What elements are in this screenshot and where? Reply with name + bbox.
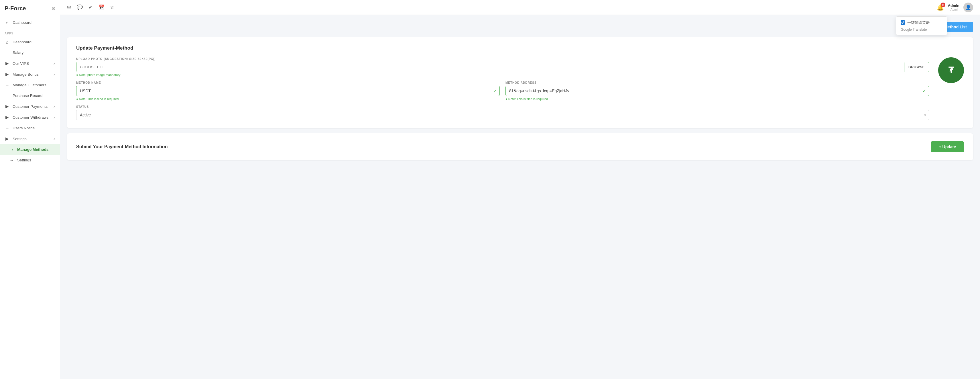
svg-text:₮: ₮: [948, 66, 954, 75]
sidebar: P-Force ⊙ ⌂DashboardAPPS ⌂ Dashboard → S…: [0, 0, 60, 379]
method-address-check-icon: ✓: [923, 88, 926, 94]
chat-icon[interactable]: 💬: [77, 4, 83, 10]
email-icon[interactable]: ✉: [67, 4, 71, 10]
sidebar-label-customer-payments: Customer Payments: [13, 104, 48, 109]
admin-info: Admin Admin: [948, 3, 959, 11]
submit-card: Submit Your Payment-Method Information +…: [67, 133, 973, 160]
page-content: ◀ Method List Update Payment-Method UPLO…: [60, 15, 980, 379]
upload-row: BROWSE: [76, 62, 929, 72]
method-list-btn-wrap: ◀ Method List: [67, 22, 973, 37]
topbar: ✉ 💬 ✔ 📅 ☆ 一键翻译英语 Google Translate 🔔 8 Ad…: [60, 0, 980, 15]
update-payment-method-card: Update Payment-Method UPLOAD PHOTO (SUGG…: [67, 37, 973, 128]
translate-checkbox[interactable]: [900, 20, 905, 25]
brand-settings-icon[interactable]: ⊙: [51, 6, 55, 11]
sidebar-item-salary[interactable]: → Salary: [0, 47, 60, 58]
browse-button[interactable]: BROWSE: [904, 62, 929, 72]
sidebar-item-customer-withdraws[interactable]: ▶ Customer Withdraws ∧: [0, 112, 60, 123]
upload-photo-label: UPLOAD PHOTO (SUGGESTION: SIZE 80X80(PX)…: [76, 58, 929, 61]
method-name-address-row: METHOD NAME ✓ ● Note: This is filed is r…: [76, 81, 929, 101]
form-top-row: UPLOAD PHOTO (SUGGESTION: SIZE 80X80(PX)…: [76, 58, 964, 120]
check-icon[interactable]: ✔: [89, 4, 92, 10]
icon-users-notice: →: [5, 126, 10, 130]
notification-button[interactable]: 🔔 8: [937, 4, 944, 11]
sidebar-item-manage-methods[interactable]: → Manage Methods: [0, 144, 60, 155]
icon-customer-payments: ▶: [5, 104, 10, 109]
sidebar-label-customer-withdraws: Customer Withdraws: [13, 115, 48, 120]
sidebar-item-dashboard[interactable]: ⌂Dashboard: [0, 17, 60, 28]
method-name-note: ● Note: This is filed is required: [76, 97, 500, 101]
sidebar-item-settings[interactable]: ▶ Settings ∧: [0, 133, 60, 144]
arrow-customer-withdraws: ∧: [53, 116, 55, 119]
avatar: 👤: [963, 3, 973, 12]
sidebar-label-our-vips: Our VIPS: [13, 61, 29, 66]
icon-manage-customers: →: [5, 83, 10, 88]
icon-purchase-record: →: [5, 93, 10, 98]
notification-badge: 8: [941, 3, 945, 7]
method-address-label: METHOD ADDRESS: [506, 81, 929, 84]
home-icon: ⌂: [5, 20, 10, 25]
topbar-right: 一键翻译英语 Google Translate 🔔 8 Admin Admin …: [937, 3, 973, 12]
status-group: STATUS Active Inactive ▾: [76, 105, 929, 120]
upload-note: ● Note: photo image mandatory: [76, 73, 929, 77]
sidebar-brand: P-Force ⊙: [0, 0, 60, 17]
admin-name: Admin: [948, 3, 959, 8]
method-address-note: ● Note: This is filed is required: [506, 97, 929, 101]
sidebar-item-our-vips[interactable]: ▶ Our VIPS ∧: [0, 58, 60, 69]
form-photo-section: ₮: [938, 58, 964, 85]
icon-manage-methods: →: [9, 147, 14, 152]
sidebar-label-settings: Settings: [13, 137, 27, 141]
method-name-check-icon: ✓: [493, 88, 497, 94]
icon-salary: →: [5, 50, 10, 55]
sidebar-item-label: Dashboard: [13, 20, 32, 25]
sidebar-label-manage-methods: Manage Methods: [17, 147, 49, 152]
sidebar-item-dashboard[interactable]: ⌂ Dashboard: [0, 37, 60, 47]
sidebar-item-settings-sub[interactable]: → Settings: [0, 155, 60, 165]
tether-logo-svg: ₮: [943, 62, 959, 78]
method-address-group: METHOD ADDRESS ✓ ● Note: This is filed i…: [506, 81, 929, 101]
method-logo: ₮: [938, 58, 964, 83]
icon-manage-bonus: ▶: [5, 72, 10, 77]
method-name-group: METHOD NAME ✓ ● Note: This is filed is r…: [76, 81, 500, 101]
arrow-manage-bonus: ∧: [53, 73, 55, 76]
sidebar-label-dashboard: Dashboard: [13, 40, 32, 44]
sidebar-label-manage-bonus: Manage Bonus: [13, 72, 39, 77]
icon-settings-sub: →: [9, 158, 14, 163]
upload-photo-input[interactable]: [76, 62, 904, 72]
sidebar-label-manage-customers: Manage Customers: [13, 83, 46, 87]
method-address-input[interactable]: [506, 86, 929, 96]
sidebar-item-customer-payments[interactable]: ▶ Customer Payments ∧: [0, 101, 60, 112]
icon-customer-withdraws: ▶: [5, 115, 10, 120]
submit-title: Submit Your Payment-Method Information: [76, 144, 167, 149]
status-label: STATUS: [76, 105, 929, 109]
main-content: ✉ 💬 ✔ 📅 ☆ 一键翻译英语 Google Translate 🔔 8 Ad…: [60, 0, 980, 379]
apps-section-label: APPS: [0, 28, 60, 37]
sidebar-label-salary: Salary: [13, 50, 24, 55]
sidebar-label-settings-sub: Settings: [17, 158, 31, 162]
method-address-input-wrap: ✓: [506, 86, 929, 96]
upload-photo-group: UPLOAD PHOTO (SUGGESTION: SIZE 80X80(PX)…: [76, 58, 929, 77]
status-select-wrap: Active Inactive ▾: [76, 110, 929, 120]
sidebar-label-users-notice: Users Notice: [13, 126, 35, 130]
star-icon[interactable]: ☆: [110, 4, 114, 10]
status-select[interactable]: Active Inactive: [76, 110, 929, 120]
sidebar-item-manage-bonus[interactable]: ▶ Manage Bonus ∧: [0, 69, 60, 80]
method-name-input[interactable]: [76, 86, 500, 96]
sidebar-item-users-notice[interactable]: → Users Notice: [0, 123, 60, 133]
update-button[interactable]: + Update: [931, 141, 964, 152]
icon-our-vips: ▶: [5, 61, 10, 66]
card-title: Update Payment-Method: [76, 45, 964, 51]
arrow-our-vips: ∧: [53, 62, 55, 65]
translate-row: 一键翻译英语: [900, 20, 942, 25]
translate-dropdown: 一键翻译英语 Google Translate: [896, 16, 947, 35]
admin-role: Admin: [950, 8, 959, 11]
method-name-label: METHOD NAME: [76, 81, 500, 84]
sidebar-item-manage-customers[interactable]: → Manage Customers: [0, 80, 60, 90]
calendar-icon[interactable]: 📅: [98, 4, 104, 10]
form-fields: UPLOAD PHOTO (SUGGESTION: SIZE 80X80(PX)…: [76, 58, 929, 120]
arrow-customer-payments: ∧: [53, 105, 55, 108]
method-name-input-wrap: ✓: [76, 86, 500, 96]
translate-label: 一键翻译英语: [907, 20, 930, 25]
icon-dashboard: ⌂: [5, 40, 10, 45]
icon-settings: ▶: [5, 136, 10, 141]
sidebar-item-purchase-record[interactable]: → Purchase Record: [0, 90, 60, 101]
